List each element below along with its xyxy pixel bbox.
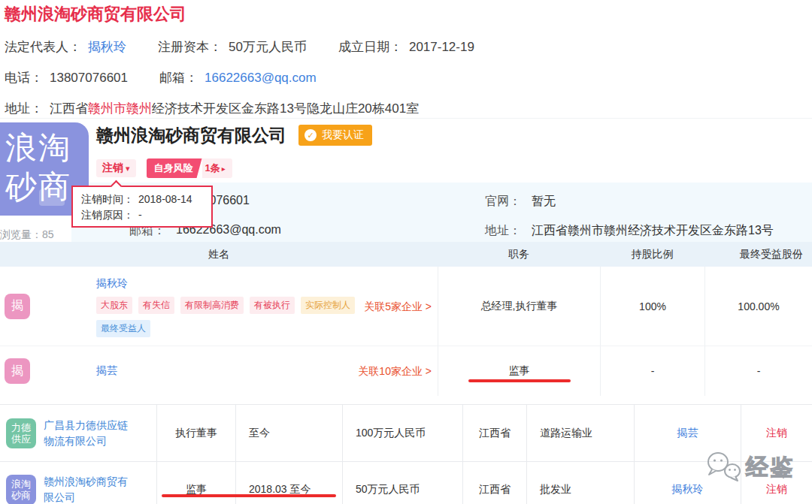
company-cell: 力德 供应 广昌县力德供应链物流有限公司 (0, 405, 156, 461)
position-cell: 总经理,执行董事 (438, 267, 600, 346)
tag-actual-controller[interactable]: 实际控制人 (301, 297, 355, 314)
email-link[interactable]: 16622663@qq.com (205, 71, 317, 86)
watermark: 经鉴 (705, 451, 794, 484)
legal-person-link[interactable]: 揭芸 (677, 427, 698, 440)
related-companies-link[interactable]: 关联10家企业 > (358, 365, 432, 379)
position-value: 监事 (509, 364, 530, 378)
table-row: 揭 揭秋玲 大股东 有失信 有限制高消费 有被执行 实际控制人 最终受益人 关联… (0, 267, 812, 346)
table-row: 浪淘 砂商 赣州浪淘砂商贸有限公司 监事 2018.03 至今 50万元人民币 … (0, 461, 812, 504)
phone-label: 电话： (5, 69, 43, 86)
table-row: 力德 供应 广昌县力德供应链物流有限公司 执行董事 至今 100万元人民币 江西… (0, 405, 812, 461)
status-value: 注销 (766, 427, 787, 440)
tag-dishonest[interactable]: 有失信 (138, 297, 174, 314)
tag-enforced[interactable]: 有被执行 (250, 297, 295, 314)
header-position: 职务 (438, 242, 600, 267)
person-tags-row1: 大股东 有失信 有限制高消费 有被执行 实际控制人 (96, 297, 355, 314)
avatar: 揭 (5, 294, 30, 319)
avatar-line-1: 力德 (11, 422, 31, 433)
certify-button[interactable]: ✓ 我要认证 (298, 125, 372, 146)
info-line-registration: 法定代表人： 揭秋玲 注册资本： 50万元人民币 成立日期： 2017-12-1… (5, 38, 474, 56)
province-cell: 江西省 (462, 462, 526, 504)
company-avatar: 浪淘 砂商 (6, 475, 36, 504)
address-highlight: 赣州市赣州 (88, 100, 152, 117)
industry-cell: 道路运输业 (526, 405, 634, 461)
address-prefix: 江西省 (50, 100, 88, 117)
person-info: 揭秋玲 大股东 有失信 有限制高消费 有被执行 实际控制人 最终受益人 (96, 277, 355, 337)
tooltip-time-line: 注销时间： 2018-08-14 (81, 192, 211, 207)
certify-label: 我要认证 (322, 128, 364, 142)
capital-cell: 100万元人民币 (342, 405, 462, 461)
logo-line-1: 浪淘 (0, 128, 89, 167)
person-name-link[interactable]: 揭芸 (96, 364, 117, 378)
risk-label: 自身风险 (147, 158, 202, 178)
panel-website-label: 官网： (485, 194, 521, 210)
company-cell: 浪淘 砂商 赣州浪淘砂商贸有限公司 (0, 462, 156, 504)
self-risk-badge[interactable]: 自身风险 1条 ▸ (147, 158, 232, 178)
benefit-cell: 100.00% (704, 267, 812, 346)
avatar-line-1: 浪淘 (11, 478, 31, 490)
status-badges: 注销 ▾ 自身风险 1条 ▸ (96, 159, 232, 177)
established-value: 2017-12-19 (409, 40, 474, 55)
legal-rep-link[interactable]: 揭秋玲 (88, 38, 126, 56)
tag-ultimate-beneficiary[interactable]: 最终受益人 (96, 320, 150, 337)
profile-header: 赣州浪淘砂商贸有限公司 ✓ 我要认证 (96, 122, 372, 148)
established-label: 成立日期： (338, 38, 402, 56)
red-underline (468, 379, 571, 382)
person-tags-row2: 最终受益人 (96, 320, 355, 337)
certify-seal-icon: ✓ (304, 129, 317, 141)
risk-count: 1条 ▸ (202, 158, 232, 178)
profile-company-name: 赣州浪淘砂商贸有限公司 (96, 124, 286, 147)
company-name-link[interactable]: 赣州浪淘砂商贸有限公司 (44, 474, 128, 504)
arrow-right-icon: ▸ (222, 164, 226, 173)
legal-person-link[interactable]: 揭秋玲 (672, 483, 704, 496)
share-cell: - (600, 346, 704, 396)
tag-consumption-restricted[interactable]: 有限制高消费 (180, 297, 244, 314)
status-dropdown[interactable]: 注销 ▾ (96, 159, 136, 177)
panel-website-value: 暂无 (532, 194, 556, 210)
cancel-reason-value: - (138, 207, 142, 223)
company-name-link[interactable]: 广昌县力德供应链物流有限公司 (44, 418, 128, 449)
panel-website: 官网： 暂无 (485, 194, 556, 210)
panel-address: 地址： 江西省赣州市赣州经济技术开发区金东路13号 (485, 223, 774, 239)
header-name: 姓名 (0, 242, 438, 267)
people-table: 揭 揭秋玲 大股东 有失信 有限制高消费 有被执行 实际控制人 最终受益人 关联… (0, 267, 812, 396)
table-row: 揭 揭芸 关联10家企业 > 监事 - - (0, 346, 812, 396)
people-table-header: 姓名 职务 持股比例 最终受益股份 (0, 242, 812, 267)
reg-capital-label: 注册资本： (158, 38, 222, 56)
cancellation-tooltip: 注销时间： 2018-08-14 注销原因： - (71, 186, 213, 228)
cancel-reason-label: 注销原因： (81, 207, 134, 223)
cancel-time-label: 注销时间： (81, 192, 134, 207)
legal-rep-label: 法定代表人： (5, 38, 81, 56)
position-cell: 监事 (438, 346, 600, 396)
logo-watermark (39, 189, 65, 206)
period-cell: 2018.03 至今 (235, 462, 342, 504)
tag-major-shareholder[interactable]: 大股东 (96, 297, 132, 314)
cancel-time-value: 2018-08-14 (138, 192, 192, 207)
header-share: 持股比例 (600, 242, 704, 267)
info-line-address: 地址： 江西省 赣州市赣州 经济技术开发区金东路13号隐龙山庄20栋401室 (5, 100, 419, 117)
status-label: 注销 (102, 161, 123, 175)
info-line-contact: 电话： 13807076601 邮箱： 16622663@qq.com (5, 69, 317, 86)
benefit-cell: - (704, 346, 812, 396)
address-suffix: 经济技术开发区金东路13号隐龙山庄20栋401室 (152, 100, 419, 117)
panel-address-label: 地址： (485, 223, 521, 239)
reg-capital-value: 50万元人民币 (229, 38, 307, 56)
related-companies-link[interactable]: 关联5家企业 > (364, 300, 432, 314)
tooltip-reason-line: 注销原因： - (81, 207, 211, 223)
share-cell: 100% (600, 267, 704, 346)
search-result-card: 赣州浪淘砂商贸有限公司 法定代表人： 揭秋玲 注册资本： 50万元人民币 成立日… (0, 0, 812, 119)
company-avatar: 力德 供应 (6, 418, 36, 448)
position-cell: 监事 (156, 462, 235, 504)
person-name-link[interactable]: 揭秋玲 (96, 277, 128, 291)
phone-value: 13807076601 (50, 71, 128, 86)
avatar-line-2: 砂商 (11, 490, 31, 501)
status-value: 注销 (766, 483, 787, 496)
header-benefit: 最终受益股份 (704, 242, 812, 267)
view-count: 浏览量：85 (0, 228, 54, 242)
industry-cell: 批发业 (526, 462, 634, 504)
company-title-link[interactable]: 赣州浪淘砂商贸有限公司 (5, 3, 186, 26)
province-cell: 江西省 (462, 405, 526, 461)
capital-cell: 50万元人民币 (342, 462, 462, 504)
address-label: 地址： (5, 100, 43, 117)
person-cell: 揭 揭秋玲 大股东 有失信 有限制高消费 有被执行 实际控制人 最终受益人 关联… (0, 267, 438, 346)
